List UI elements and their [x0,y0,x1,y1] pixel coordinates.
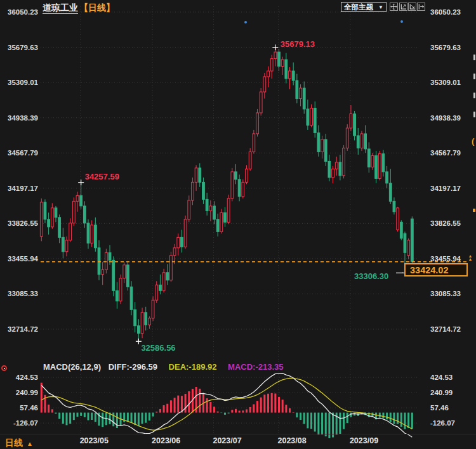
price-axis-label: 34567.79 [430,149,471,157]
macd-histogram-bar [51,409,53,412]
stock-chart-app: 道琼工业【日线】 全部主题 ▼ 36050.2335679.6335309.01… [0,0,476,449]
price-axis-label: 35679.63 [430,44,471,51]
macd-histogram-bar [174,398,176,412]
macd-histogram-bar [249,407,251,413]
price-axis-label: 33826.55 [430,219,471,227]
macd-histogram-bar [145,413,147,423]
macd-histogram-bar [55,413,56,414]
macd-histogram-bar [267,394,269,413]
clipped-text-fragment [473,55,475,60]
clipped-text-fragment [473,93,475,98]
macd-histogram-bar [195,387,197,413]
time-axis-label: 2023/06 [152,436,190,445]
macd-histogram-bar [278,397,280,413]
price-axis-label: 34938.39 [430,114,471,122]
macd-histogram-bar [155,412,157,412]
macd-histogram-bar [239,411,241,413]
themes-dropdown[interactable]: 全部主题 ▼ [341,2,387,12]
blue-dot-marker [244,21,247,23]
scale-up-icon[interactable] [399,3,407,11]
macd-histogram-bar [300,413,301,420]
macd-histogram-bar [282,400,284,412]
price-axis-label: 36050.23 [430,8,471,16]
macd-histogram-bar [95,413,96,422]
macd-histogram-bar [166,404,168,413]
time-axis-label: 2023/08 [278,436,316,445]
macd-histogram-bar [325,413,327,436]
major-low-label: 32586.56 [141,343,175,353]
macd-histogram-bar [285,405,287,412]
macd-histogram-bar [131,413,133,423]
macd-histogram-bar [152,413,154,417]
macd-axis-label: 57.46 [430,404,471,412]
macd-histogram-bar [185,394,187,413]
macd-histogram-bar [220,413,222,413]
shift-right-icon[interactable] [417,3,425,11]
tab-daily-label: 日线 [5,438,23,448]
macd-diff-value: DIFF:-296.59 [109,362,157,372]
price-axis-label: 33455.94 [430,255,471,263]
price-axis-label: 33455.94 [1,255,38,263]
macd-histogram-bar [321,413,323,435]
macd-histogram-bar [404,413,406,429]
indicator-settings-icon[interactable] [1,365,7,371]
price-axis-label: 34938.39 [1,114,38,122]
blue-dot-marker [400,20,403,23]
macd-formula: MACD(26,12,9) [43,362,101,372]
move-icon[interactable] [390,3,398,11]
last-price-box: 33424.02 [404,263,468,277]
macd-histogram-bar [314,413,316,432]
price-axis-label: 33826.55 [1,219,38,227]
macd-axis-label: -126.07 [1,419,38,427]
macd-histogram-bar [149,413,150,421]
macd-histogram-bar [84,413,86,417]
macd-dea-value: DEA:-189.92 [169,362,217,372]
macd-histogram-bar [368,413,370,417]
macd-histogram-bar [206,398,208,412]
macd-histogram-bar [317,413,319,435]
triangle-up-icon: ▲ [27,440,33,447]
macd-histogram-bar [393,413,395,424]
macd-histogram-bar [213,407,215,412]
macd-histogram-bar [192,389,194,413]
macd-histogram-bar [138,413,140,427]
themes-dropdown-label: 全部主题 [344,3,373,12]
macd-histogram-bar [397,413,399,424]
macd-histogram-bar [228,413,230,413]
macd-histogram-bar [163,405,165,413]
price-up-arrows-icon[interactable]: ▲▲ [467,254,473,261]
period-tag: 【日线】 [79,3,115,13]
macd-axis-label: 240.99 [1,389,38,396]
macd-histogram-bar [382,413,384,419]
macd-histogram-bar [116,413,118,428]
macd-histogram-bar [134,413,136,426]
macd-histogram-bar [260,398,262,413]
macd-histogram-bar [109,413,111,424]
macd-histogram-bar [274,394,276,413]
recent-low-label: 33306.30 [354,271,388,281]
macd-histogram-bar [407,413,409,428]
macd-histogram-bar [102,413,103,427]
macd-histogram-bar [217,412,219,413]
macd-histogram-bar [123,413,125,422]
symbol-name[interactable]: 道琼工业 [43,3,78,14]
dea-line [41,378,412,430]
footer-divider [0,434,476,434]
tab-daily[interactable]: 日线▲ [5,438,33,449]
diff-line [41,374,412,438]
macd-histogram-bar [360,413,362,415]
scale-down-icon[interactable] [408,3,416,11]
macd-histogram-bar [44,395,46,413]
clipped-text-fragment: ( [472,136,474,146]
macd-histogram-bar [350,413,352,417]
last-price-value: 33424.02 [410,265,448,275]
macd-histogram-bar [65,413,67,426]
clipped-text-fragment [473,74,475,79]
price-axis-label: 34197.17 [430,185,471,192]
macd-histogram-bar [177,396,179,413]
price-axis-label: 35309.01 [430,79,471,86]
macd-axis-label: 57.46 [1,404,38,412]
macd-histogram-bar [235,409,237,413]
price-axis-label: 36050.23 [1,8,38,16]
peak-price-label: 35679.13 [281,39,315,49]
